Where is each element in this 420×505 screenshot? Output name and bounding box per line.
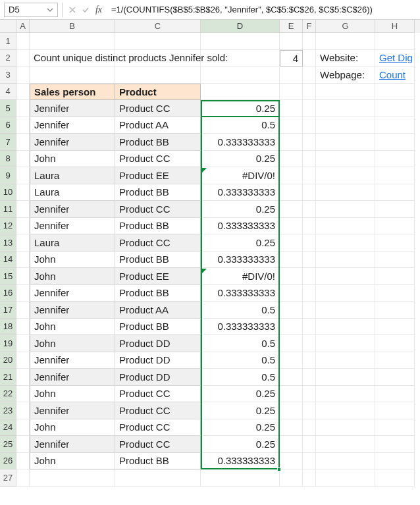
product-cell[interactable]: Product CC — [115, 419, 201, 437]
salesperson-cell[interactable]: John — [30, 386, 115, 403]
salesperson-cell[interactable]: John — [30, 151, 115, 168]
name-box[interactable]: D5 — [4, 3, 58, 17]
col-header-C[interactable]: C — [115, 20, 201, 33]
value-cell[interactable]: 0.25 — [201, 234, 280, 252]
salesperson-cell[interactable]: Laura — [30, 184, 115, 201]
cell[interactable] — [303, 436, 316, 453]
cell[interactable] — [280, 402, 303, 419]
salesperson-cell[interactable]: John — [30, 419, 115, 437]
cell[interactable] — [316, 335, 375, 352]
cell[interactable] — [16, 369, 30, 386]
cell[interactable] — [201, 66, 280, 84]
value-cell[interactable]: 0.333333333 — [201, 184, 280, 201]
cell[interactable] — [375, 302, 415, 319]
product-cell[interactable]: Product BB — [115, 184, 201, 201]
cell[interactable] — [30, 33, 115, 50]
cell[interactable] — [16, 469, 30, 487]
value-cell[interactable]: 0.25 — [201, 402, 280, 419]
col-header-E[interactable]: E — [280, 20, 303, 33]
cell[interactable] — [316, 319, 375, 336]
product-cell[interactable]: Product AA — [115, 117, 201, 134]
cell[interactable] — [16, 252, 30, 269]
salesperson-cell[interactable]: Jennifer — [30, 218, 115, 235]
cell[interactable] — [280, 252, 303, 269]
cell[interactable] — [375, 285, 415, 302]
salesperson-cell[interactable]: John — [30, 252, 115, 269]
cell[interactable] — [280, 386, 303, 403]
value-cell[interactable]: 0.25 — [201, 100, 280, 117]
cell[interactable] — [316, 117, 375, 134]
title-label[interactable]: Count unique distinct products Jennifer … — [30, 50, 115, 67]
cell[interactable] — [375, 369, 415, 386]
cell[interactable] — [280, 134, 303, 151]
row-header-2[interactable]: 2 — [0, 50, 16, 67]
row-header-9[interactable]: 9 — [0, 167, 16, 184]
cell[interactable] — [316, 33, 375, 50]
cell[interactable] — [280, 419, 303, 437]
cell[interactable] — [280, 436, 303, 453]
cell[interactable] — [280, 66, 303, 84]
webpage-link[interactable]: Count — [375, 66, 415, 84]
product-cell[interactable]: Product BB — [115, 319, 201, 336]
cell[interactable] — [316, 218, 375, 235]
row-header-10[interactable]: 10 — [0, 184, 16, 201]
cell[interactable] — [303, 319, 316, 336]
row-header-4[interactable]: 4 — [0, 84, 16, 101]
salesperson-cell[interactable]: John — [30, 268, 115, 285]
cell[interactable] — [16, 50, 30, 67]
value-cell[interactable]: 0.333333333 — [201, 252, 280, 269]
row-header-17[interactable]: 17 — [0, 302, 16, 319]
cell[interactable] — [375, 335, 415, 352]
cell[interactable] — [375, 33, 415, 50]
row-header-1[interactable]: 1 — [0, 33, 16, 50]
cell[interactable] — [303, 469, 316, 487]
product-cell[interactable]: Product CC — [115, 201, 201, 218]
cell[interactable] — [280, 218, 303, 235]
salesperson-cell[interactable]: Jennifer — [30, 201, 115, 218]
value-cell[interactable]: 0.333333333 — [201, 319, 280, 336]
cell[interactable] — [280, 100, 303, 117]
row-header-25[interactable]: 25 — [0, 436, 16, 453]
cell[interactable] — [280, 184, 303, 201]
cell[interactable] — [316, 134, 375, 151]
cell[interactable] — [303, 151, 316, 168]
col-header-G[interactable]: G — [316, 20, 375, 33]
product-cell[interactable]: Product CC — [115, 386, 201, 403]
cell[interactable] — [115, 33, 201, 50]
value-cell[interactable]: 0.25 — [201, 201, 280, 218]
product-cell[interactable]: Product DD — [115, 352, 201, 369]
salesperson-cell[interactable]: Laura — [30, 234, 115, 252]
value-cell[interactable]: 0.25 — [201, 386, 280, 403]
product-cell[interactable]: Product BB — [115, 285, 201, 302]
row-header-5[interactable]: 5 — [0, 100, 16, 117]
cell[interactable] — [280, 33, 303, 50]
cell[interactable] — [375, 117, 415, 134]
title-value[interactable]: 4 — [280, 50, 303, 67]
row-header-26[interactable]: 26 — [0, 453, 16, 470]
cell[interactable] — [316, 402, 375, 419]
col-header-A[interactable]: A — [16, 20, 30, 33]
cell[interactable] — [375, 218, 415, 235]
col-header-H[interactable]: H — [375, 20, 415, 33]
salesperson-cell[interactable]: Jennifer — [30, 369, 115, 386]
cell[interactable] — [316, 167, 375, 184]
salesperson-cell[interactable]: Jennifer — [30, 402, 115, 419]
cell[interactable] — [303, 402, 316, 419]
value-cell[interactable]: 0.5 — [201, 352, 280, 369]
row-header-15[interactable]: 15 — [0, 268, 16, 285]
cell[interactable] — [303, 419, 316, 437]
table-header-salesperson[interactable]: Sales person — [30, 84, 115, 101]
fx-icon[interactable]: fx — [93, 4, 105, 16]
cell[interactable] — [16, 84, 30, 101]
cell[interactable] — [303, 218, 316, 235]
row-header-16[interactable]: 16 — [0, 285, 16, 302]
row-header-18[interactable]: 18 — [0, 319, 16, 336]
webpage-label[interactable]: Webpage: — [316, 66, 375, 84]
cell[interactable] — [316, 184, 375, 201]
salesperson-cell[interactable]: Jennifer — [30, 436, 115, 453]
value-cell[interactable]: 0.25 — [201, 151, 280, 168]
value-cell[interactable]: 0.333333333 — [201, 134, 280, 151]
value-cell[interactable]: 0.25 — [201, 436, 280, 453]
cell[interactable] — [16, 285, 30, 302]
cell[interactable] — [280, 84, 303, 101]
